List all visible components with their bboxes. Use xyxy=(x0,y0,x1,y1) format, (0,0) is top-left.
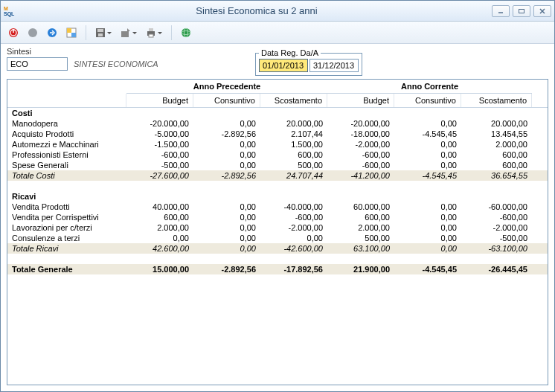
row-value xyxy=(461,108,532,118)
table-row: Totale Generale15.000,00-2.892,56-17.892… xyxy=(7,264,548,274)
row-value: -17.892,56 xyxy=(260,264,327,274)
web-button[interactable] xyxy=(178,25,194,41)
row-value: 40.000,00 xyxy=(126,202,193,212)
svg-rect-15 xyxy=(121,31,129,37)
row-value: -2.892,56 xyxy=(193,170,260,181)
row-value: -41.200,00 xyxy=(327,170,394,181)
row-value: -1.500,00 xyxy=(126,139,193,150)
row-value: 0,00 xyxy=(394,222,461,233)
export-dropdown[interactable] xyxy=(118,25,134,41)
minimize-button[interactable] xyxy=(492,5,510,17)
row-label: Acquisto Prodotti xyxy=(7,129,126,139)
table-row: Consulenze a terzi0,000,000,00500,000,00… xyxy=(7,233,548,243)
row-value: -2.892,56 xyxy=(193,129,260,139)
arrow-right-icon xyxy=(46,27,58,39)
group-header-prev: Anno Precedente xyxy=(126,80,327,94)
table-row: Spese Generali-500,000,00500,00-600,000,… xyxy=(7,160,548,170)
row-value: -20.000,00 xyxy=(126,118,193,129)
col-scostamento-curr: Scostamento xyxy=(461,94,532,107)
row-value: 500,00 xyxy=(327,233,394,243)
table-row: Lavorazioni per c/terzi2.000,000,00-2.00… xyxy=(7,222,548,233)
row-label: Automezzi e Macchinari xyxy=(7,139,126,150)
row-value xyxy=(327,108,394,118)
globe-icon xyxy=(180,27,192,39)
row-value: 0,00 xyxy=(193,233,260,243)
row-value: -2.000,00 xyxy=(327,139,394,150)
row-value: 2.000,00 xyxy=(461,139,532,150)
col-budget-prev: Budget xyxy=(126,94,193,107)
section-header: Ricavi xyxy=(7,191,548,202)
options-button[interactable] xyxy=(63,25,80,41)
row-value: 0,00 xyxy=(193,222,260,233)
maximize-button[interactable] xyxy=(513,5,530,17)
row-value: 1.500,00 xyxy=(260,139,327,150)
row-value xyxy=(260,181,327,191)
print-dropdown[interactable] xyxy=(143,25,159,41)
row-label: Costi xyxy=(7,108,126,118)
row-value: 600,00 xyxy=(260,150,327,160)
row-value: 0,00 xyxy=(126,233,193,243)
table-row: Totale Costi-27.600,00-2.892,5624.707,44… xyxy=(7,170,548,181)
floppy-icon xyxy=(94,27,106,39)
col-consuntivo-curr: Consuntivo xyxy=(394,94,461,107)
table-row: Professionisti Esterni-600,000,00600,00-… xyxy=(7,150,548,160)
row-value: -600,00 xyxy=(327,160,394,170)
sintesi-filter: Sintesi SINTESI ECONOMICA xyxy=(7,47,158,71)
record-button[interactable] xyxy=(25,25,41,41)
table-row xyxy=(7,181,548,191)
row-value: -26.445,45 xyxy=(461,264,532,274)
row-label: Consulenze a terzi xyxy=(7,233,126,243)
sintesi-input[interactable] xyxy=(7,57,68,71)
row-value: 0,00 xyxy=(394,160,461,170)
row-label: Manodopera xyxy=(7,118,126,129)
svg-rect-11 xyxy=(71,33,76,37)
row-value: 0,00 xyxy=(193,150,260,160)
row-value: 600,00 xyxy=(461,160,532,170)
power-button[interactable] xyxy=(5,25,22,41)
table-row: Acquisto Prodotti-5.000,00-2.892,562.107… xyxy=(7,129,548,139)
row-value xyxy=(260,254,327,264)
row-value xyxy=(394,108,461,118)
refresh-button[interactable] xyxy=(44,25,60,41)
svg-rect-13 xyxy=(97,29,103,32)
date-to-input[interactable] xyxy=(309,59,359,72)
svg-rect-17 xyxy=(149,28,153,31)
row-value: -600,00 xyxy=(126,150,193,160)
row-value: -4.545,45 xyxy=(394,264,461,274)
date-from-input[interactable] xyxy=(259,59,308,72)
save-dropdown[interactable] xyxy=(92,25,109,41)
row-value: -18.000,00 xyxy=(327,129,394,139)
close-button[interactable] xyxy=(533,5,551,17)
date-range-legend: Data Reg. Da/A xyxy=(259,48,321,57)
section-header: Costi xyxy=(7,108,548,118)
row-value: -600,00 xyxy=(327,150,394,160)
sintesi-description: SINTESI ECONOMICA xyxy=(74,60,158,68)
row-value: 0,00 xyxy=(394,212,461,222)
row-value: 60.000,00 xyxy=(327,202,394,212)
row-value: -63.100,00 xyxy=(461,243,532,254)
row-value xyxy=(193,108,260,118)
row-value: 13.454,55 xyxy=(461,129,532,139)
col-scostamento-prev: Scostamento xyxy=(260,94,327,107)
row-label: Totale Generale xyxy=(7,264,126,274)
row-label: Totale Costi xyxy=(7,170,126,181)
row-value: -500,00 xyxy=(461,233,532,243)
row-label: Vendita per Corrispettivi xyxy=(7,212,126,222)
row-value: 0,00 xyxy=(193,212,260,222)
row-value: 21.900,00 xyxy=(327,264,394,274)
row-value: 0,00 xyxy=(394,139,461,150)
row-value: 0,00 xyxy=(193,202,260,212)
grid-body[interactable]: CostiManodopera-20.000,000,0020.000,00-2… xyxy=(7,108,548,385)
row-value: -600,00 xyxy=(260,212,327,222)
minimize-icon xyxy=(497,8,504,14)
svg-rect-10 xyxy=(67,28,71,33)
grid-header: Anno Precedente Anno Corrente Budget Con… xyxy=(7,80,548,108)
row-value: 20.000,00 xyxy=(260,118,327,129)
row-value: -27.600,00 xyxy=(126,170,193,181)
row-value: 0,00 xyxy=(394,202,461,212)
row-value xyxy=(394,254,461,264)
row-value xyxy=(260,108,327,118)
titlebar: MSQL Sintesi Economica su 2 anni xyxy=(1,1,554,22)
row-value: -2.000,00 xyxy=(461,222,532,233)
row-value: -5.000,00 xyxy=(126,129,193,139)
